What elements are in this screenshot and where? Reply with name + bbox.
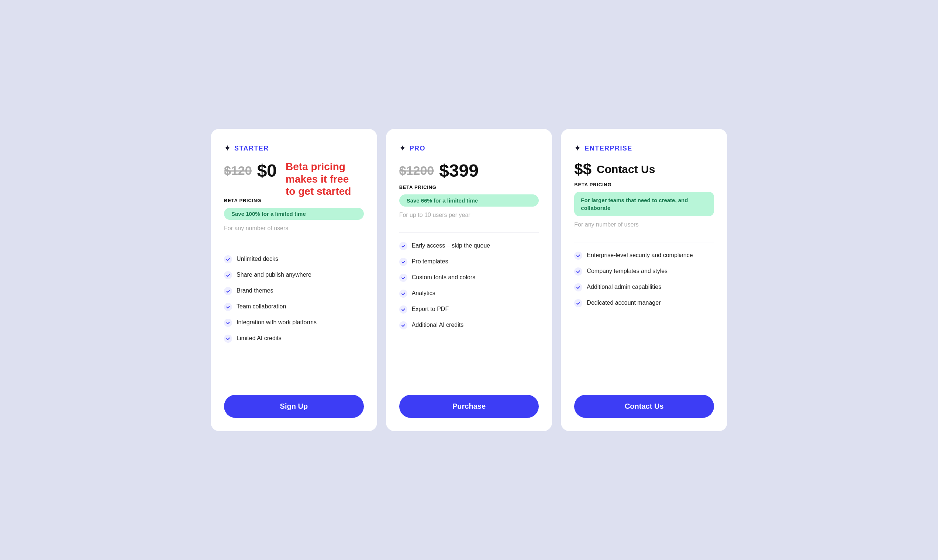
starter-features-list: Unlimited decks Share and publish anywhe…: [224, 255, 364, 383]
list-item: Limited AI credits: [224, 334, 364, 343]
enterprise-plan-name: ENTERPRISE: [584, 145, 632, 152]
pro-price-old: $1200: [399, 163, 434, 178]
list-item: Additional admin capabilities: [574, 283, 714, 291]
starter-promo-text: Beta pricingmakes it freeto get started: [286, 160, 351, 198]
enterprise-card: ✦ ENTERPRISE $$ Contact Us BETA PRICING …: [561, 129, 727, 431]
list-item: Early access – skip the queue: [399, 242, 539, 250]
list-item: Custom fonts and colors: [399, 273, 539, 282]
pro-cta-button[interactable]: Purchase: [399, 395, 539, 418]
check-icon: [399, 258, 407, 266]
list-item: Integration with work platforms: [224, 318, 364, 327]
pro-users-note: For up to 10 users per year: [399, 212, 539, 218]
starter-beta-label: BETA PRICING: [224, 198, 364, 203]
check-icon: [224, 319, 232, 327]
check-icon: [399, 289, 407, 298]
pro-divider: [399, 232, 539, 233]
list-item: Analytics: [399, 289, 539, 298]
pro-price-row: $1200 $399: [399, 160, 539, 181]
enterprise-save-badge: For larger teams that need to create, an…: [574, 192, 714, 216]
enterprise-beta-label: BETA PRICING: [574, 182, 714, 188]
check-icon: [224, 287, 232, 295]
starter-card: ✦ STARTER $120 $0 Beta pricingmakes it f…: [211, 129, 377, 431]
list-item: Share and publish anywhere: [224, 271, 364, 279]
check-icon: [224, 335, 232, 343]
list-item: Export to PDF: [399, 305, 539, 314]
list-item: Pro templates: [399, 257, 539, 266]
starter-plan-name: STARTER: [234, 145, 269, 152]
starter-price-area: $120 $0 Beta pricingmakes it freeto get …: [224, 160, 364, 198]
starter-price-new: $0: [257, 160, 277, 181]
pro-beta-label: BETA PRICING: [399, 185, 539, 190]
spark-icon-enterprise: ✦: [574, 143, 581, 153]
starter-users-note: For any number of users: [224, 225, 364, 232]
check-icon: [399, 242, 407, 250]
starter-cta-button[interactable]: Sign Up: [224, 395, 364, 418]
list-item: Brand themes: [224, 287, 364, 295]
list-item: Company templates and styles: [574, 267, 714, 275]
pro-card: ✦ PRO $1200 $399 BETA PRICING Save 66% f…: [386, 129, 552, 431]
enterprise-header: ✦ ENTERPRISE: [574, 143, 714, 153]
starter-prices: $120 $0: [224, 160, 277, 185]
check-icon: [574, 252, 582, 260]
check-icon: [224, 255, 232, 263]
starter-save-badge: Save 100% for a limited time: [224, 208, 364, 220]
starter-divider: [224, 246, 364, 246]
pro-header: ✦ PRO: [399, 143, 539, 153]
list-item: Enterprise-level security and compliance: [574, 251, 714, 260]
enterprise-divider: [574, 242, 714, 242]
starter-price-old: $120: [224, 163, 252, 178]
check-icon: [224, 271, 232, 279]
enterprise-cta-button[interactable]: Contact Us: [574, 395, 714, 418]
enterprise-price-row: $$ Contact Us: [574, 160, 714, 178]
pro-plan-name: PRO: [410, 145, 425, 152]
list-item: Team collaboration: [224, 303, 364, 311]
check-icon: [574, 283, 582, 291]
starter-header: ✦ STARTER: [224, 143, 364, 153]
check-icon: [574, 268, 582, 275]
check-icon: [399, 274, 407, 282]
pro-features-list: Early access – skip the queue Pro templa…: [399, 242, 539, 383]
starter-price-row: $120 $0: [224, 160, 277, 181]
check-icon: [224, 303, 232, 311]
check-icon: [399, 321, 407, 329]
check-icon: [399, 305, 407, 314]
check-icon: [574, 299, 582, 307]
starter-promo-block: Beta pricingmakes it freeto get started: [283, 160, 351, 198]
enterprise-price-contact: Contact Us: [597, 163, 655, 175]
list-item: Additional AI credits: [399, 321, 539, 329]
list-item: Dedicated account manager: [574, 299, 714, 307]
list-item: Unlimited decks: [224, 255, 364, 263]
enterprise-price-symbol: $$: [574, 160, 591, 178]
spark-icon-pro: ✦: [399, 143, 406, 153]
spark-icon-starter: ✦: [224, 143, 231, 153]
enterprise-users-note: For any number of users: [574, 222, 714, 228]
pricing-container: ✦ STARTER $120 $0 Beta pricingmakes it f…: [211, 129, 727, 431]
pro-price-new: $399: [439, 160, 479, 181]
enterprise-features-list: Enterprise-level security and compliance…: [574, 251, 714, 383]
pro-save-badge: Save 66% for a limited time: [399, 194, 539, 206]
